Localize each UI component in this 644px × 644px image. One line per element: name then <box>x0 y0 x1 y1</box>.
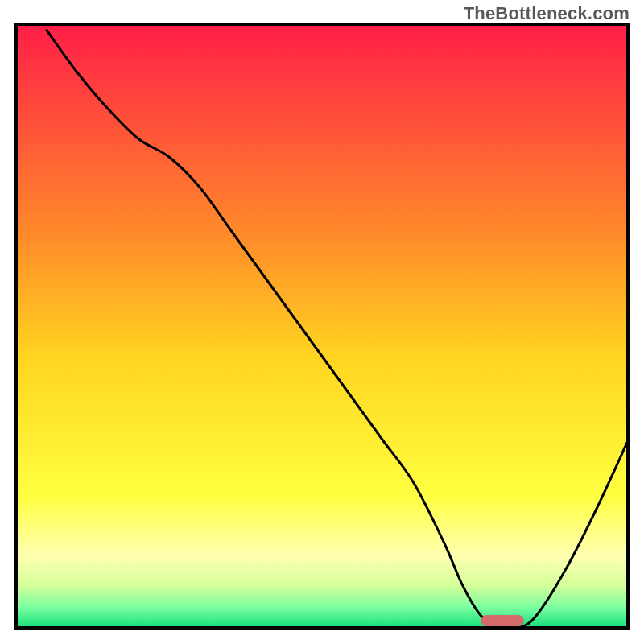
chart-background-gradient <box>16 24 628 628</box>
chart-svg <box>0 0 644 644</box>
optimal-range-marker <box>481 615 524 626</box>
bottleneck-chart <box>0 0 644 644</box>
watermark-text: TheBottleneck.com <box>464 3 630 24</box>
